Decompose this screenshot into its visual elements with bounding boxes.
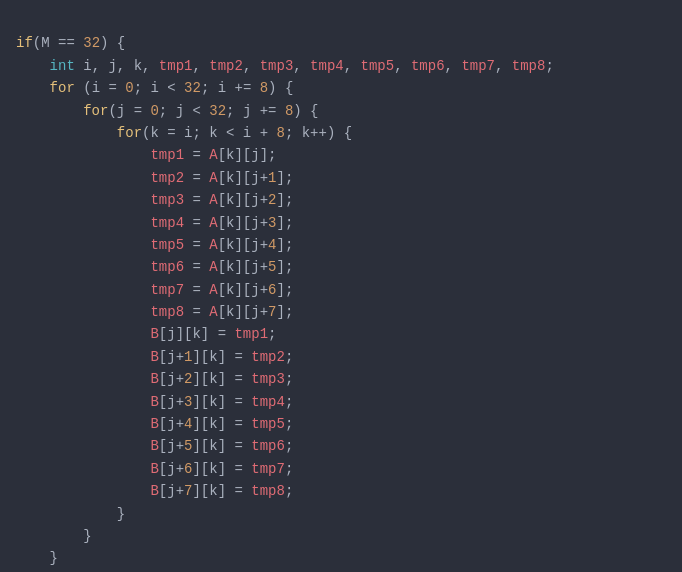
- keyword-int: int: [50, 58, 75, 74]
- keyword-if: if: [16, 35, 33, 51]
- code-editor: if(M == 32) { int i, j, k, tmp1, tmp2, t…: [16, 10, 666, 572]
